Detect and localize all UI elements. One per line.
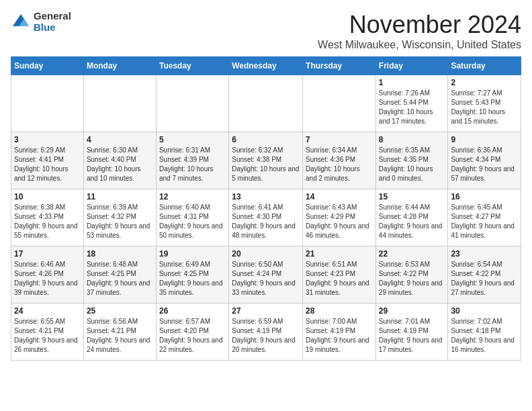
logo-blue: Blue (34, 22, 71, 34)
weekday-header-saturday: Saturday (448, 57, 521, 75)
calendar-cell (229, 75, 303, 132)
calendar-cell: 29Sunrise: 7:01 AM Sunset: 4:19 PM Dayli… (375, 304, 448, 361)
calendar-cell: 2Sunrise: 7:27 AM Sunset: 5:43 PM Daylig… (448, 75, 521, 132)
day-info: Sunrise: 6:45 AM Sunset: 4:27 PM Dayligh… (451, 203, 518, 240)
day-number: 15 (379, 192, 445, 201)
calendar-table: SundayMondayTuesdayWednesdayThursdayFrid… (11, 56, 521, 361)
day-number: 6 (232, 135, 300, 144)
calendar-cell: 18Sunrise: 6:48 AM Sunset: 4:25 PM Dayli… (83, 246, 156, 304)
day-number: 1 (379, 78, 445, 87)
day-number: 22 (379, 249, 445, 259)
day-number: 9 (451, 135, 518, 144)
calendar-cell: 15Sunrise: 6:44 AM Sunset: 4:28 PM Dayli… (375, 189, 448, 246)
day-info: Sunrise: 7:26 AM Sunset: 5:44 PM Dayligh… (379, 89, 445, 126)
day-info: Sunrise: 6:59 AM Sunset: 4:19 PM Dayligh… (232, 317, 300, 355)
day-number: 13 (232, 192, 300, 201)
logo-text: General Blue (34, 11, 71, 33)
calendar-cell: 21Sunrise: 6:51 AM Sunset: 4:23 PM Dayli… (303, 246, 376, 304)
calendar-cell: 22Sunrise: 6:53 AM Sunset: 4:22 PM Dayli… (375, 246, 448, 304)
day-info: Sunrise: 6:54 AM Sunset: 4:22 PM Dayligh… (451, 260, 518, 298)
day-info: Sunrise: 6:43 AM Sunset: 4:29 PM Dayligh… (306, 203, 373, 240)
calendar-cell: 20Sunrise: 6:50 AM Sunset: 4:24 PM Dayli… (229, 246, 303, 304)
day-number: 17 (14, 249, 81, 259)
day-info: Sunrise: 6:36 AM Sunset: 4:34 PM Dayligh… (451, 146, 518, 183)
calendar-cell: 27Sunrise: 6:59 AM Sunset: 4:19 PM Dayli… (229, 304, 303, 361)
day-number: 30 (451, 306, 518, 316)
calendar-cell (83, 75, 156, 132)
day-info: Sunrise: 7:01 AM Sunset: 4:19 PM Dayligh… (379, 317, 445, 355)
calendar-cell: 26Sunrise: 6:57 AM Sunset: 4:20 PM Dayli… (156, 304, 228, 361)
day-info: Sunrise: 6:39 AM Sunset: 4:32 PM Dayligh… (87, 203, 153, 240)
calendar-cell: 13Sunrise: 6:41 AM Sunset: 4:30 PM Dayli… (229, 189, 303, 246)
day-number: 3 (14, 135, 81, 144)
day-number: 18 (87, 249, 153, 259)
day-info: Sunrise: 6:34 AM Sunset: 4:36 PM Dayligh… (306, 146, 373, 183)
month-title: November 2024 (318, 11, 521, 39)
day-info: Sunrise: 6:49 AM Sunset: 4:25 PM Dayligh… (159, 260, 226, 298)
location-title: West Milwaukee, Wisconsin, United States (318, 39, 521, 51)
calendar-cell: 16Sunrise: 6:45 AM Sunset: 4:27 PM Dayli… (448, 189, 521, 246)
day-info: Sunrise: 7:02 AM Sunset: 4:18 PM Dayligh… (451, 317, 518, 355)
day-number: 2 (451, 78, 518, 87)
calendar-cell (156, 75, 228, 132)
calendar-cell: 11Sunrise: 6:39 AM Sunset: 4:32 PM Dayli… (83, 189, 156, 246)
day-number: 4 (87, 135, 153, 144)
weekday-header-row: SundayMondayTuesdayWednesdayThursdayFrid… (11, 57, 521, 75)
day-number: 28 (306, 306, 373, 316)
calendar-week-2: 3Sunrise: 6:29 AM Sunset: 4:41 PM Daylig… (11, 132, 521, 189)
day-number: 27 (232, 306, 300, 316)
weekday-header-tuesday: Tuesday (156, 57, 228, 75)
day-number: 24 (14, 306, 81, 316)
day-number: 10 (14, 192, 81, 201)
day-info: Sunrise: 6:48 AM Sunset: 4:25 PM Dayligh… (87, 260, 153, 298)
calendar-cell: 12Sunrise: 6:40 AM Sunset: 4:31 PM Dayli… (156, 189, 228, 246)
calendar-cell: 4Sunrise: 6:30 AM Sunset: 4:40 PM Daylig… (83, 132, 156, 189)
calendar-cell: 17Sunrise: 6:46 AM Sunset: 4:26 PM Dayli… (11, 246, 84, 304)
day-number: 20 (232, 249, 300, 259)
calendar-cell: 1Sunrise: 7:26 AM Sunset: 5:44 PM Daylig… (375, 75, 448, 132)
calendar-cell: 23Sunrise: 6:54 AM Sunset: 4:22 PM Dayli… (448, 246, 521, 304)
day-info: Sunrise: 6:56 AM Sunset: 4:21 PM Dayligh… (87, 317, 153, 355)
calendar-cell: 14Sunrise: 6:43 AM Sunset: 4:29 PM Dayli… (303, 189, 376, 246)
calendar-week-4: 17Sunrise: 6:46 AM Sunset: 4:26 PM Dayli… (11, 246, 521, 304)
day-info: Sunrise: 6:57 AM Sunset: 4:20 PM Dayligh… (159, 317, 226, 355)
day-info: Sunrise: 6:31 AM Sunset: 4:39 PM Dayligh… (159, 146, 226, 183)
day-number: 19 (159, 249, 226, 259)
calendar-cell: 24Sunrise: 6:55 AM Sunset: 4:21 PM Dayli… (11, 304, 84, 361)
day-number: 14 (306, 192, 373, 201)
day-number: 29 (379, 306, 445, 316)
day-info: Sunrise: 6:53 AM Sunset: 4:22 PM Dayligh… (379, 260, 445, 298)
weekday-header-monday: Monday (83, 57, 156, 75)
page-header: General Blue November 2024 West Milwauke… (11, 11, 521, 51)
day-info: Sunrise: 6:44 AM Sunset: 4:28 PM Dayligh… (379, 203, 445, 240)
calendar-cell (303, 75, 376, 132)
day-number: 21 (306, 249, 373, 259)
day-info: Sunrise: 6:55 AM Sunset: 4:21 PM Dayligh… (14, 317, 81, 355)
day-number: 25 (87, 306, 153, 316)
day-info: Sunrise: 6:35 AM Sunset: 4:35 PM Dayligh… (379, 146, 445, 183)
title-area: November 2024 West Milwaukee, Wisconsin,… (318, 11, 521, 51)
calendar-cell: 6Sunrise: 6:32 AM Sunset: 4:38 PM Daylig… (229, 132, 303, 189)
day-info: Sunrise: 6:41 AM Sunset: 4:30 PM Dayligh… (232, 203, 300, 240)
day-info: Sunrise: 6:30 AM Sunset: 4:40 PM Dayligh… (87, 146, 153, 183)
day-info: Sunrise: 6:38 AM Sunset: 4:33 PM Dayligh… (14, 203, 81, 240)
weekday-header-sunday: Sunday (11, 57, 84, 75)
calendar-cell (11, 75, 84, 132)
day-info: Sunrise: 6:40 AM Sunset: 4:31 PM Dayligh… (159, 203, 226, 240)
day-info: Sunrise: 6:50 AM Sunset: 4:24 PM Dayligh… (232, 260, 300, 298)
calendar-cell: 9Sunrise: 6:36 AM Sunset: 4:34 PM Daylig… (448, 132, 521, 189)
day-info: Sunrise: 6:46 AM Sunset: 4:26 PM Dayligh… (14, 260, 81, 298)
day-number: 16 (451, 192, 518, 201)
day-info: Sunrise: 7:27 AM Sunset: 5:43 PM Dayligh… (451, 89, 518, 126)
calendar-cell: 30Sunrise: 7:02 AM Sunset: 4:18 PM Dayli… (448, 304, 521, 361)
weekday-header-thursday: Thursday (303, 57, 376, 75)
calendar-cell: 10Sunrise: 6:38 AM Sunset: 4:33 PM Dayli… (11, 189, 84, 246)
calendar-cell: 19Sunrise: 6:49 AM Sunset: 4:25 PM Dayli… (156, 246, 228, 304)
day-info: Sunrise: 6:29 AM Sunset: 4:41 PM Dayligh… (14, 146, 81, 183)
calendar-cell: 7Sunrise: 6:34 AM Sunset: 4:36 PM Daylig… (303, 132, 376, 189)
day-number: 11 (87, 192, 153, 201)
day-number: 5 (159, 135, 226, 144)
calendar-week-5: 24Sunrise: 6:55 AM Sunset: 4:21 PM Dayli… (11, 304, 521, 361)
day-number: 8 (379, 135, 445, 144)
calendar-cell: 25Sunrise: 6:56 AM Sunset: 4:21 PM Dayli… (83, 304, 156, 361)
